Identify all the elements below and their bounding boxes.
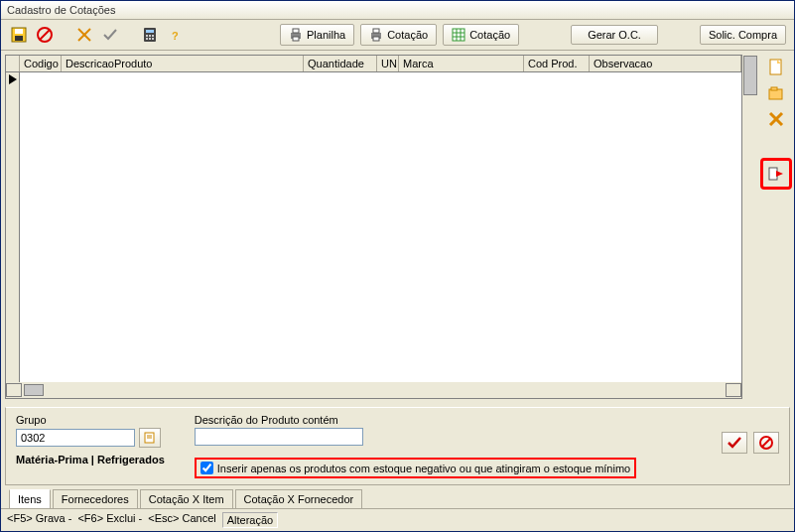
svg-rect-21 — [373, 37, 379, 41]
filter-panel: Grupo Matéria-Prima | Refrigerados Descr… — [5, 407, 790, 485]
svg-rect-22 — [453, 29, 464, 41]
cotacao2-label: Cotação — [469, 29, 510, 41]
vscroll-thumb[interactable] — [743, 56, 757, 95]
desc-label: Descrição do Produto contém — [195, 414, 636, 426]
help-icon[interactable]: ? — [166, 25, 186, 45]
cancel-icon[interactable] — [35, 25, 55, 45]
col-marca-header[interactable]: Marca — [399, 56, 524, 71]
svg-rect-28 — [770, 60, 781, 74]
tab-cotacao-item[interactable]: Cotação X Item — [140, 489, 233, 508]
status-cancel: <Esc> Cancel — [148, 512, 215, 528]
cotacao2-button[interactable]: Cotação — [443, 24, 519, 46]
hscroll-thumb[interactable] — [24, 384, 44, 396]
svg-rect-17 — [293, 29, 299, 33]
svg-line-40 — [762, 439, 770, 447]
filter-actions — [722, 432, 779, 454]
grupo-block: Grupo Matéria-Prima | Refrigerados — [16, 414, 165, 466]
svg-rect-2 — [15, 36, 23, 41]
confirm-filter-button[interactable] — [722, 432, 747, 454]
svg-rect-11 — [152, 35, 154, 37]
col-desc-header[interactable]: DescricaoProduto — [62, 56, 304, 71]
status-mode: Alteração — [222, 512, 278, 528]
cancel-filter-button[interactable] — [753, 432, 779, 454]
grupo-label: Grupo — [16, 414, 165, 426]
gerar-oc-label: Gerar O.C. — [588, 29, 641, 41]
grupo-input[interactable] — [16, 429, 135, 447]
calculator-icon[interactable] — [140, 25, 160, 45]
svg-rect-20 — [373, 29, 379, 33]
row-indicator-header — [6, 56, 20, 71]
left-panel: Codigo DescricaoProduto Quantidade UN Ma… — [5, 55, 758, 399]
col-qtd-header[interactable]: Quantidade — [304, 56, 377, 71]
vertical-scrollbar[interactable] — [742, 55, 758, 399]
content-area: Codigo DescricaoProduto Quantidade UN Ma… — [1, 51, 794, 403]
gerar-oc-button[interactable]: Gerar O.C. — [571, 25, 658, 45]
svg-rect-12 — [146, 38, 148, 40]
svg-marker-27 — [9, 74, 17, 84]
printer-icon — [369, 28, 383, 42]
svg-rect-18 — [293, 37, 299, 41]
statusbar: <F5> Grava - <F6> Exclui - <Esc> Cancel … — [1, 508, 794, 531]
svg-rect-13 — [149, 38, 151, 40]
planilha-label: Planilha — [307, 29, 345, 41]
col-un-header[interactable]: UN — [377, 56, 399, 71]
svg-rect-10 — [149, 35, 151, 37]
estoque-negativo-label: Inserir apenas os produtos com estoque n… — [217, 463, 630, 474]
status-grava: <F5> Grava - — [7, 512, 71, 528]
svg-rect-1 — [15, 29, 23, 34]
search-icon — [143, 431, 157, 445]
estoque-negativo-checkbox[interactable] — [200, 462, 213, 474]
tab-fornecedores[interactable]: Fornecedores — [53, 489, 138, 508]
app-window: Cadastro de Cotações ? Planilha Cota — [0, 0, 795, 532]
svg-rect-8 — [146, 30, 154, 33]
grupo-lookup-button[interactable] — [139, 428, 161, 448]
export-icon[interactable] — [765, 163, 787, 185]
window-title: Cadastro de Cotações — [7, 4, 115, 16]
current-row-indicator — [6, 72, 20, 382]
tab-cotacao-fornecedor[interactable]: Cotação X Fornecedor — [235, 489, 363, 508]
tab-itens[interactable]: Itens — [9, 489, 51, 508]
titlebar: Cadastro de Cotações — [1, 1, 794, 20]
check-icon[interactable] — [100, 25, 120, 45]
remove-icon[interactable] — [765, 108, 787, 130]
grupo-desc: Matéria-Prima | Refrigerados — [16, 454, 165, 466]
svg-rect-34 — [769, 168, 777, 180]
cotacao1-label: Cotação — [387, 29, 428, 41]
col-codprod-header[interactable]: Cod Prod. — [524, 56, 590, 71]
col-codigo-header[interactable]: Codigo — [20, 56, 62, 71]
horizontal-scrollbar[interactable] — [6, 382, 741, 398]
solic-compra-button[interactable]: Solic. Compra — [700, 25, 786, 45]
status-exclui: <F6> Exclui - — [77, 512, 142, 528]
scroll-right-icon[interactable] — [726, 383, 741, 397]
desc-block: Descrição do Produto contém Inserir apen… — [195, 414, 636, 478]
side-toolbar — [762, 55, 790, 399]
highlighted-export-button — [760, 158, 792, 190]
save-icon[interactable] — [9, 25, 29, 45]
svg-rect-31 — [771, 87, 777, 90]
spreadsheet-icon — [452, 28, 465, 42]
open-doc-icon[interactable] — [765, 82, 787, 104]
solic-compra-label: Solic. Compra — [709, 29, 777, 41]
svg-marker-35 — [776, 171, 783, 177]
grid: Codigo DescricaoProduto Quantidade UN Ma… — [5, 55, 742, 399]
check-icon — [727, 436, 742, 450]
svg-text:?: ? — [172, 30, 179, 42]
cancel-icon — [758, 435, 774, 451]
svg-line-4 — [40, 30, 50, 40]
estoque-negativo-checkbox-row: Inserir apenas os produtos com estoque n… — [195, 458, 636, 478]
tabs-row: Itens Fornecedores Cotação X Item Cotaçã… — [1, 489, 794, 508]
grid-body[interactable] — [6, 72, 741, 382]
main-toolbar: ? Planilha Cotação Cotação Gerar O.C. So… — [1, 20, 794, 51]
grid-header: Codigo DescricaoProduto Quantidade UN Ma… — [6, 56, 741, 72]
delete-icon[interactable] — [74, 25, 94, 45]
svg-rect-9 — [146, 35, 148, 37]
printer-icon — [289, 28, 303, 42]
planilha-button[interactable]: Planilha — [280, 24, 354, 46]
desc-input[interactable] — [195, 428, 363, 446]
scroll-left-icon[interactable] — [6, 383, 22, 397]
svg-rect-14 — [152, 38, 154, 40]
cotacao1-button[interactable]: Cotação — [360, 24, 437, 46]
new-doc-icon[interactable] — [765, 57, 787, 78]
col-obs-header[interactable]: Observacao — [590, 56, 741, 71]
